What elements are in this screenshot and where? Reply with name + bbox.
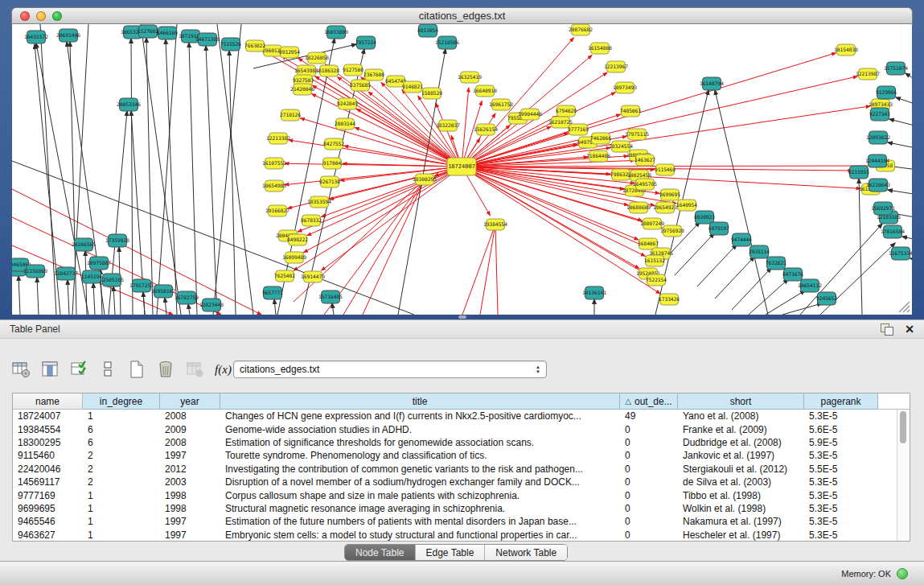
- node-label: 8813054: [417, 27, 438, 33]
- window-titlebar[interactable]: citations_edges.txt: [11, 7, 913, 24]
- node-label: 15751074: [884, 65, 908, 71]
- column-header-title[interactable]: title: [220, 393, 620, 410]
- vertical-scrollbar[interactable]: [897, 410, 909, 541]
- node-label: 12213967: [604, 64, 628, 69]
- node-label: 17975115: [625, 131, 649, 137]
- float-panel-icon[interactable]: [881, 323, 893, 335]
- column-header-year[interactable]: year: [160, 393, 220, 410]
- table-row[interactable]: 946554611997Estimation of the future num…: [13, 515, 910, 528]
- table-row[interactable]: 1938455462009Genome-wide association stu…: [13, 422, 910, 435]
- column-header-name[interactable]: name: [13, 393, 83, 410]
- table-tabs: Node TableEdge TableNetwork Table: [344, 544, 568, 561]
- table-row[interactable]: 911546021997Tourette syndrome. Phenomeno…: [13, 449, 910, 462]
- table-row[interactable]: 1456911722003Disruption of a novel membe…: [13, 476, 910, 488]
- cell-short: Tibbo et al. (1998): [678, 490, 804, 501]
- cell-name: 18300295: [13, 437, 83, 448]
- cell-short: Stergiakouli et al. (2012): [678, 463, 804, 475]
- table-row[interactable]: 2242004622012Investigating the contribut…: [13, 463, 910, 476]
- table-row[interactable]: 969969511998Structural magnetic resonanc…: [13, 502, 910, 515]
- cell-out-de-: 0: [620, 476, 678, 488]
- cell-year: 2009: [160, 424, 220, 435]
- red-citation-edge: [12, 189, 261, 315]
- node-label: 7857224: [355, 39, 376, 45]
- new-table-icon[interactable]: [125, 359, 147, 381]
- red-citation-edge: [356, 109, 462, 167]
- node-label: 18807249: [640, 220, 664, 226]
- cell-pagerank: 5.6E-5: [804, 424, 878, 435]
- resize-grip-icon[interactable]: [896, 299, 910, 313]
- node-label: 18322037: [436, 122, 460, 128]
- network-canvas[interactable]: 1872400718300295193845541632541916640910…: [12, 24, 912, 315]
- cell-title: Corpus callosum shape and size in male p…: [220, 490, 620, 501]
- node-label: 9129966: [876, 89, 897, 95]
- table-row[interactable]: 1830029562008Estimation of significance …: [13, 436, 910, 449]
- new-column-icon[interactable]: [10, 359, 31, 381]
- import-table-icon[interactable]: [183, 359, 205, 381]
- node-label: 19384554: [483, 221, 507, 227]
- scrollbar-thumb[interactable]: [900, 411, 906, 443]
- node-label: 9474444: [731, 237, 752, 242]
- column-header-pagerank[interactable]: pagerank: [804, 393, 878, 410]
- black-citation-edge: [800, 224, 882, 315]
- citation-graph[interactable]: 1872400718300295193845541632541916640910…: [12, 24, 912, 315]
- node-label: 18724007: [448, 163, 475, 170]
- node-label: 9115460: [655, 167, 676, 172]
- cell-name: 9699695: [13, 503, 83, 514]
- memory-status-icon[interactable]: [897, 568, 908, 579]
- node-label: 7485063: [620, 108, 641, 113]
- black-citation-edge: [206, 46, 217, 315]
- sort-ascending-icon: △: [625, 397, 631, 406]
- split-pane-handle[interactable]: [458, 315, 466, 319]
- select-columns-icon[interactable]: [68, 359, 89, 381]
- black-citation-edge: [675, 233, 714, 275]
- node-label: 18300295: [413, 176, 437, 182]
- cell-name: 14569117: [13, 476, 83, 488]
- red-citation-edge: [462, 225, 495, 315]
- black-citation-edge: [332, 303, 334, 315]
- node-label: 17957253: [129, 282, 154, 288]
- tab-network-table[interactable]: Network Table: [485, 545, 567, 560]
- table-row[interactable]: 946362711997Embryonic stem cells: a mode…: [13, 529, 910, 542]
- tab-node-table[interactable]: Node Table: [345, 545, 416, 560]
- cell-short: Nakamura et al. (1997): [678, 516, 804, 527]
- black-citation-edge: [165, 298, 166, 315]
- black-citation-edge: [189, 43, 197, 315]
- table-select-value: citations_edges.txt: [240, 364, 319, 375]
- cell-year: 2012: [160, 463, 220, 475]
- cell-short: Jankovic et al. (1997): [678, 450, 804, 461]
- node-label: 1527602: [138, 28, 158, 34]
- cell-out-de-: 0: [620, 463, 678, 475]
- black-citation-edge: [749, 279, 788, 315]
- tab-edge-table[interactable]: Edge Table: [416, 545, 486, 560]
- delete-table-icon[interactable]: [154, 359, 176, 381]
- column-header-label: name: [35, 396, 60, 407]
- table-row[interactable]: 977716911998Corpus callosum shape and si…: [13, 488, 910, 501]
- node-label: 12842737: [54, 270, 78, 276]
- black-citation-edge: [889, 119, 912, 126]
- column-header-short[interactable]: short: [678, 393, 804, 410]
- black-citation-edge: [888, 142, 912, 148]
- black-citation-edge: [888, 190, 912, 195]
- column-header-in-degree[interactable]: in_degree: [83, 393, 160, 410]
- table-select-dropdown[interactable]: citations_edges.txt ▲▼: [233, 360, 547, 378]
- node-label: 8938923: [694, 214, 715, 220]
- column-header-label: title: [413, 396, 428, 407]
- row-height-icon[interactable]: [97, 359, 118, 381]
- black-citation-edge: [146, 38, 153, 315]
- column-visibility-icon[interactable]: [39, 359, 60, 381]
- column-header-out-de-[interactable]: △out_de...: [620, 393, 678, 410]
- cell-pagerank: 5.3E-5: [804, 503, 878, 514]
- node-label: 19166827: [265, 208, 290, 213]
- node-label: 10025458: [627, 172, 651, 178]
- function-label: f(x): [215, 363, 232, 377]
- table-row[interactable]: 1872400712008Changes of HCN gene express…: [13, 410, 910, 422]
- cell-pagerank: 5.3E-5: [804, 476, 878, 488]
- node-label: 20206565: [72, 241, 96, 247]
- close-panel-icon[interactable]: ✕: [905, 323, 914, 335]
- cell-year: 1997: [160, 516, 220, 527]
- node-label: 9777169: [568, 126, 589, 132]
- black-citation-edge: [274, 299, 276, 315]
- function-builder-icon[interactable]: f(x): [212, 359, 234, 381]
- black-citation-edge: [113, 286, 115, 315]
- node-label: 16782759: [175, 295, 199, 300]
